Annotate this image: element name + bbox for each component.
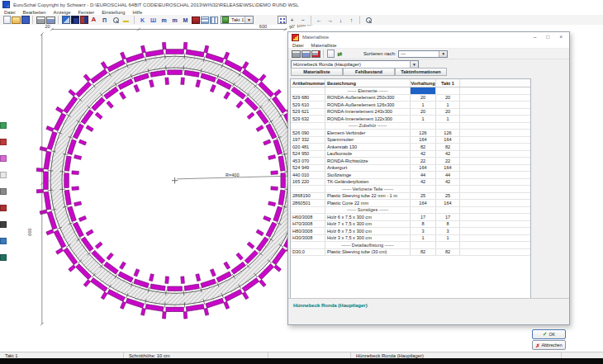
- takt-dropdown[interactable]: Takt 1▼: [221, 16, 254, 24]
- pan-up-icon[interactable]: ↑: [347, 16, 357, 25]
- print-icon[interactable]: [292, 50, 301, 58]
- view-plan-icon[interactable]: [71, 16, 79, 24]
- close-icon[interactable]: ×: [559, 35, 563, 40]
- table-section-row[interactable]: ------ Zubehör ------: [291, 123, 530, 130]
- chevron-down-icon[interactable]: ▼: [245, 17, 253, 23]
- takt-table-icon[interactable]: m: [159, 16, 169, 25]
- menu-fenster[interactable]: Fenster: [78, 10, 95, 15]
- cancel-button[interactable]: ✗ Abbrechen: [532, 340, 566, 350]
- table-section-row[interactable]: ------ Verlorene Teile ------: [291, 186, 530, 193]
- column-header[interactable]: Takt 1: [436, 79, 460, 87]
- chevron-down-icon[interactable]: ▼: [439, 51, 447, 57]
- column-header[interactable]: Artikelnummer: [291, 79, 325, 87]
- table-row[interactable]: 197 332Spannmutter164164: [291, 137, 530, 144]
- left-palette-swatch[interactable]: [0, 122, 7, 129]
- table-row[interactable]: H60/3008Holz 6 x 7,5 x 300 cm1717: [291, 214, 530, 221]
- table-section-row[interactable]: ------ Sonstiges ------: [291, 207, 530, 215]
- table-row[interactable]: 2868190Plastic Sleeving tube 22 mm - 1 m…: [291, 193, 530, 201]
- bottom-strip: [0, 358, 603, 364]
- list-view-icon[interactable]: [210, 17, 218, 24]
- menu-datei[interactable]: Datei: [4, 10, 16, 15]
- table-row[interactable]: 524 949Ankergurt164164: [291, 165, 530, 173]
- maximize-icon[interactable]: □: [546, 35, 549, 40]
- table-row[interactable]: H80/3008Holz 8 x 7,5 x 300 cm33: [291, 228, 530, 235]
- menu-einstellung[interactable]: Einstellung: [102, 10, 125, 15]
- cycle-table-icon[interactable]: m: [170, 16, 180, 25]
- open-folder-icon[interactable]: [12, 17, 21, 24]
- table-header: ArtikelnummerBezeichnungVorhaltungTakt 1: [291, 79, 530, 87]
- dimension-tool-icon[interactable]: Π: [100, 16, 110, 25]
- dialog-titlebar[interactable]: Materialliste – □ ×: [288, 32, 569, 42]
- table-row[interactable]: 529 621RONDA-Innenelement 243x3002020: [291, 109, 530, 116]
- view-3d-icon[interactable]: [80, 16, 88, 24]
- overview-icon[interactable]: [278, 16, 287, 24]
- left-palette-swatch[interactable]: [0, 254, 7, 261]
- table-row[interactable]: 529 680RONDA-Außenelement 250x3002020: [291, 95, 530, 102]
- dialog-menubar: Datei Materialliste: [288, 42, 569, 49]
- left-palette-swatch[interactable]: [0, 188, 7, 195]
- table-section-row[interactable]: ------ Detailauflistung ------: [291, 242, 530, 249]
- library-icon[interactable]: [192, 17, 200, 24]
- tab-fehlbestand[interactable]: Fehlbestand: [343, 68, 395, 76]
- material-table-icon[interactable]: M: [181, 16, 191, 25]
- table-row[interactable]: D30,0Plastic Sleeving tube (30 cm)8282: [291, 249, 530, 257]
- table-row[interactable]: 529 632RONDA-Innenelement 122x30011: [291, 116, 530, 123]
- dialog-tabs: MateriallisteFehlbestandTaktinformatione…: [291, 68, 447, 76]
- copy-list-icon[interactable]: [327, 50, 335, 58]
- wall-tool-icon[interactable]: K: [138, 16, 148, 25]
- axis-tool-icon[interactable]: Ш: [149, 16, 159, 25]
- new-file-icon[interactable]: [3, 16, 11, 24]
- left-palette-swatch[interactable]: [0, 221, 7, 228]
- pan-left-icon[interactable]: ←: [315, 16, 325, 25]
- text-tool-icon[interactable]: A: [89, 16, 99, 25]
- table-row[interactable]: 020 481Ankerstab 1308282: [291, 144, 530, 151]
- dim-left-label: 600: [27, 228, 32, 235]
- tab-materialliste[interactable]: Materialliste: [291, 68, 343, 76]
- pan-down-icon[interactable]: ↓: [336, 16, 346, 25]
- zoom-window-icon[interactable]: [363, 16, 373, 25]
- minimize-icon[interactable]: –: [534, 35, 537, 40]
- table-row[interactable]: 529 610RONDA-Außenelement 126x30011: [291, 102, 530, 109]
- arc-label: 90° 1000 cm: [288, 25, 312, 30]
- table-row[interactable]: 526 090Element-Verbinder126126: [291, 130, 530, 137]
- pan-right-icon[interactable]: →: [325, 16, 335, 25]
- table-row[interactable]: H30/3008Holz 3 x 7,5 x 300 cm11: [291, 235, 530, 243]
- export-icon[interactable]: ⇄: [335, 50, 345, 59]
- column-header[interactable]: Vorhaltung: [411, 79, 436, 87]
- dialog-menu-materialliste[interactable]: Materialliste: [311, 43, 337, 48]
- table-section-row[interactable]: ------ Elemente ------: [291, 87, 530, 95]
- sort-dropdown[interactable]: — ▼: [398, 50, 448, 58]
- dialog-body: MateriallisteFehlbestandTaktinformatione…: [288, 70, 569, 311]
- print-preview-icon[interactable]: [46, 17, 55, 24]
- left-palette-swatch[interactable]: [0, 172, 7, 178]
- left-palette-swatch[interactable]: [0, 155, 7, 162]
- print-icon[interactable]: [36, 17, 45, 24]
- menu-anzeige[interactable]: Anzeige: [54, 10, 71, 15]
- zoom-out-icon[interactable]: −: [298, 16, 308, 25]
- tab-taktinformationen[interactable]: Taktinformationen: [395, 68, 447, 76]
- menu-hilfe[interactable]: Hilfe: [133, 10, 143, 15]
- table-row[interactable]: 440 010Stoßzwinge4444: [291, 172, 530, 179]
- column-header[interactable]: Bezeichnung: [325, 79, 411, 87]
- left-palette-swatch[interactable]: [0, 205, 7, 211]
- left-palette-swatch[interactable]: [0, 139, 7, 145]
- table-row[interactable]: 165 220TK-Geländerpfosten4242: [291, 179, 530, 187]
- view-walls-icon[interactable]: [62, 16, 70, 24]
- grid-view-icon[interactable]: [201, 17, 209, 24]
- chevron-down-icon[interactable]: ▼: [410, 61, 418, 68]
- table-row[interactable]: H70/3008Holz 7 x 7,5 x 300 cm88: [291, 221, 530, 229]
- material-table[interactable]: ArtikelnummerBezeichnungVorhaltungTakt 1…: [290, 78, 531, 311]
- print-setup-icon[interactable]: [302, 50, 311, 58]
- zoom-in-icon[interactable]: +: [287, 16, 297, 25]
- color-tool-icon[interactable]: ▬: [121, 16, 131, 25]
- dialog-menu-datei[interactable]: Datei: [292, 43, 304, 48]
- left-palette-swatch[interactable]: [0, 238, 7, 244]
- zoom-tool-icon[interactable]: [111, 16, 121, 25]
- save-icon[interactable]: [21, 16, 30, 24]
- ok-button[interactable]: ✓ OK: [532, 329, 566, 339]
- table-row[interactable]: 453 070RONDA-Richtstütze2222: [291, 158, 530, 165]
- menu-bearbeiten[interactable]: Bearbeiten: [23, 10, 46, 15]
- table-row[interactable]: 524 950Laufkonsole4242: [291, 151, 530, 158]
- table-row[interactable]: 2860501Plastic Cone 22 mm164164: [291, 200, 530, 207]
- print-cancel-icon[interactable]: [311, 50, 320, 58]
